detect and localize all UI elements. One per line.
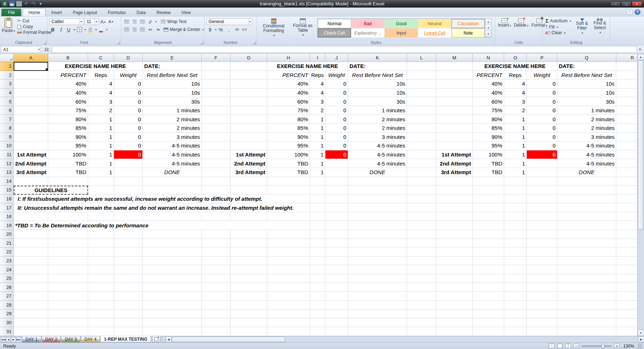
cell-M23[interactable] xyxy=(436,257,473,266)
cell-M22[interactable] xyxy=(436,248,473,257)
cell-A16[interactable]: I: If first/subsequent attempts are succ… xyxy=(14,195,310,204)
cell-A1[interactable] xyxy=(14,62,48,71)
cell-P14[interactable] xyxy=(527,177,557,186)
cell-L12[interactable] xyxy=(407,159,436,168)
cell-I12[interactable]: 1 xyxy=(310,159,325,168)
cell-R3[interactable] xyxy=(616,80,637,89)
cell-D14[interactable] xyxy=(114,177,143,186)
cell-J6[interactable]: 0 xyxy=(325,106,348,115)
cell-A30[interactable] xyxy=(14,318,48,327)
cell-I3[interactable]: 4 xyxy=(310,80,325,89)
merge-center-button[interactable]: Merge & Center▾ xyxy=(163,27,205,32)
cell-J17[interactable] xyxy=(325,203,348,212)
row-header-4[interactable]: 4 xyxy=(0,89,14,98)
cell-P23[interactable] xyxy=(527,257,557,266)
cell-P16[interactable] xyxy=(527,195,557,204)
cell-C31[interactable] xyxy=(88,327,114,336)
cell-I15[interactable] xyxy=(310,186,325,195)
cell-I25[interactable] xyxy=(310,274,325,283)
cell-P29[interactable] xyxy=(527,309,557,318)
row-header-8[interactable]: 8 xyxy=(0,124,14,133)
cell-J13[interactable] xyxy=(325,168,348,177)
row-header-31[interactable]: 31 xyxy=(0,327,14,336)
cell-Q16[interactable] xyxy=(557,195,616,204)
cell-C5[interactable]: 3 xyxy=(88,97,114,106)
cell-O20[interactable] xyxy=(504,230,527,239)
bottom-align-button[interactable] xyxy=(139,18,146,25)
cell-N23[interactable] xyxy=(473,257,504,266)
cell-O23[interactable] xyxy=(504,257,527,266)
increase-decimal-button[interactable]: .00 xyxy=(233,26,240,33)
cell-style-input[interactable]: Input xyxy=(385,28,418,37)
cell-R30[interactable] xyxy=(616,318,637,327)
cell-G10[interactable] xyxy=(230,141,267,150)
cell-M9[interactable] xyxy=(436,133,473,142)
cell-Q18[interactable] xyxy=(557,212,616,221)
cell-N27[interactable] xyxy=(473,292,504,301)
cell-M11[interactable]: 1st Attempt xyxy=(436,150,473,159)
column-header-J[interactable]: J xyxy=(325,54,348,62)
cell-K12[interactable]: 4-5 minutes xyxy=(348,159,407,168)
cell-O24[interactable] xyxy=(504,265,527,274)
row-header-29[interactable]: 29 xyxy=(0,309,14,318)
cell-I2[interactable]: Reps xyxy=(310,71,325,80)
cell-B23[interactable] xyxy=(48,257,88,266)
column-header-B[interactable]: B xyxy=(48,54,88,62)
cell-I10[interactable]: 1 xyxy=(310,141,325,150)
cell-A24[interactable] xyxy=(14,265,48,274)
cell-R18[interactable] xyxy=(616,212,637,221)
row-header-24[interactable]: 24 xyxy=(0,265,14,274)
cell-I20[interactable] xyxy=(310,230,325,239)
cell-J5[interactable]: 0 xyxy=(325,97,348,106)
cell-E20[interactable] xyxy=(143,230,202,239)
cell-B12[interactable]: TBD xyxy=(48,159,88,168)
cell-E15[interactable] xyxy=(143,186,202,195)
cell-G7[interactable] xyxy=(230,115,267,124)
cell-C14[interactable] xyxy=(88,177,114,186)
cell-G26[interactable] xyxy=(230,283,267,292)
cell-B9[interactable]: 90% xyxy=(48,133,88,142)
cell-J23[interactable] xyxy=(325,257,348,266)
cell-F10[interactable] xyxy=(202,141,230,150)
cell-G24[interactable] xyxy=(230,265,267,274)
cell-R17[interactable] xyxy=(616,203,637,212)
cell-F21[interactable] xyxy=(202,239,230,248)
cell-I13[interactable]: 1 xyxy=(310,168,325,177)
cell-M25[interactable] xyxy=(436,274,473,283)
cell-R27[interactable] xyxy=(616,292,637,301)
cell-K6[interactable]: 1 minutes xyxy=(348,106,407,115)
cell-C29[interactable] xyxy=(88,309,114,318)
cell-D29[interactable] xyxy=(114,309,143,318)
row-header-26[interactable]: 26 xyxy=(0,283,14,292)
cell-F31[interactable] xyxy=(202,327,230,336)
cell-B14[interactable] xyxy=(48,177,88,186)
cell-P13[interactable] xyxy=(527,168,557,177)
cell-H5[interactable]: 60% xyxy=(267,97,310,106)
font-dialog-launcher[interactable] xyxy=(117,41,120,44)
cell-A9[interactable] xyxy=(14,133,48,142)
minimize-button[interactable]: − xyxy=(610,1,621,6)
cell-L28[interactable] xyxy=(407,301,436,310)
cell-N8[interactable]: 85% xyxy=(473,124,504,133)
cell-I19[interactable] xyxy=(310,221,325,230)
cell-E5[interactable]: 30s xyxy=(143,97,202,106)
cell-J21[interactable] xyxy=(325,239,348,248)
cell-N24[interactable] xyxy=(473,265,504,274)
cell-M8[interactable] xyxy=(436,124,473,133)
cell-K3[interactable]: 10s xyxy=(348,80,407,89)
cell-M29[interactable] xyxy=(436,309,473,318)
fill-button[interactable]: ↓Fill▾ xyxy=(544,24,572,30)
cell-J30[interactable] xyxy=(325,318,348,327)
cell-R13[interactable] xyxy=(616,168,637,177)
cell-N5[interactable]: 60% xyxy=(473,97,504,106)
cell-H23[interactable] xyxy=(267,257,310,266)
row-header-7[interactable]: 7 xyxy=(0,115,14,124)
cell-A4[interactable] xyxy=(14,89,48,98)
cell-A25[interactable] xyxy=(14,274,48,283)
cell-B20[interactable] xyxy=(48,230,88,239)
cell-L26[interactable] xyxy=(407,283,436,292)
cell-C21[interactable] xyxy=(88,239,114,248)
sheet-tab-day-3[interactable]: DAY 3 xyxy=(61,336,81,343)
row-header-9[interactable]: 9 xyxy=(0,133,14,142)
cell-N15[interactable] xyxy=(473,186,504,195)
